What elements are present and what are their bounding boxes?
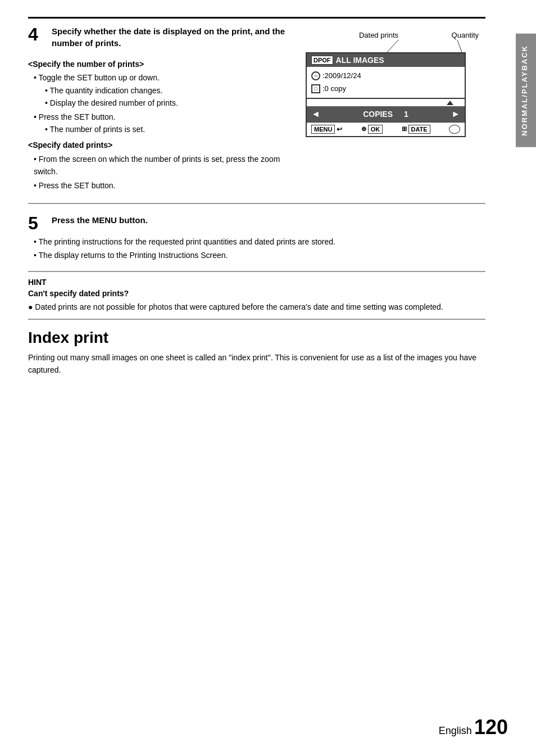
- hint-title: HINT: [28, 278, 485, 287]
- main-content: 4 Specify whether the date is displayed …: [0, 0, 514, 393]
- svg-line-0: [387, 40, 398, 52]
- bullet-toggle: Toggle the SET button up or down. The qu…: [34, 71, 294, 109]
- ok-btn: ⊕ OK: [361, 125, 383, 134]
- screen-title: ALL IMAGES: [336, 56, 384, 65]
- screen-body: ○ :2009/12/24 □ :0 copy: [307, 67, 465, 99]
- section-4-left: 4 Specify whether the date is displayed …: [28, 25, 294, 193]
- s5-bullet2: The display returns to the Printing Inst…: [34, 249, 485, 261]
- camera-screen: DPOF ALL IMAGES ○ :2009/12/24 □: [306, 52, 466, 137]
- step-5-number: 5: [28, 214, 38, 232]
- clock-icon: ○: [311, 71, 320, 80]
- bullet-press-set: Press the SET button. The number of prin…: [34, 111, 294, 136]
- hint-subtitle: Can't specify dated prints?: [28, 289, 485, 298]
- quantity-label: Quantity: [452, 31, 479, 39]
- screen-top-bar: DPOF ALL IMAGES: [307, 53, 465, 67]
- step-5-title: Press the MENU button.: [52, 214, 485, 226]
- section-4: 4 Specify whether the date is displayed …: [28, 17, 485, 193]
- print-icon: □: [311, 84, 320, 93]
- section-5: 5 Press the MENU button. The printing in…: [28, 214, 485, 262]
- side-tab: NORMAL/PLAYBACK: [516, 34, 536, 147]
- ok-box: OK: [368, 125, 383, 134]
- arrow-left-icon: ◄: [311, 109, 320, 119]
- date-value: :2009/12/24: [322, 69, 361, 82]
- triangle-area: [307, 99, 465, 105]
- step-5-content: The printing instructions for the reques…: [28, 236, 485, 262]
- sub-bullet-quantity: The quantity indication changes.: [45, 84, 294, 97]
- arrow-right-icon: ►: [451, 109, 460, 119]
- date-row: ○ :2009/12/24: [311, 69, 460, 82]
- bullet-press-set2: Press the SET button.: [34, 179, 294, 192]
- index-print-desc: Printing out many small images on one sh…: [28, 351, 485, 377]
- step-4-content: <Specify the number of prints> Toggle th…: [28, 58, 294, 192]
- copies-center: COPIES 1: [363, 110, 408, 119]
- hint-section: HINT Can't specify dated prints? Dated p…: [28, 271, 485, 320]
- step-4-title: Specify whether the date is displayed on…: [52, 25, 294, 49]
- screen-footer: MENU ↩ ⊕ OK ⊞ DATE: [307, 122, 465, 136]
- page-container: NORMAL/PLAYBACK 4 Specify whether the da…: [0, 0, 536, 756]
- menu-btn: MENU ↩: [311, 125, 342, 134]
- screen-wrapper: Dated prints Quantity: [306, 31, 485, 137]
- copy-row: □ :0 copy: [311, 82, 460, 95]
- subheading-specify-dated: <Specify dated prints>: [28, 139, 294, 151]
- copies-value: 1: [404, 110, 408, 119]
- sub-bullet-set: The number of prints is set.: [45, 123, 294, 135]
- svg-line-1: [457, 40, 462, 52]
- hint-bullet: Dated prints are not possible for photos…: [28, 301, 485, 313]
- index-print-section: Index print Printing out many small imag…: [28, 329, 485, 377]
- section-4-header: 4 Specify whether the date is displayed …: [28, 25, 485, 193]
- copy-value: :0 copy: [322, 82, 346, 95]
- side-tab-text: NORMAL/PLAYBACK: [520, 45, 529, 136]
- page-number-area: English 120: [439, 716, 508, 739]
- date-btn: ⊞ DATE: [402, 125, 430, 134]
- copies-label: COPIES: [363, 110, 393, 119]
- dpof-badge: DPOF: [311, 56, 333, 65]
- index-print-title: Index print: [28, 329, 485, 347]
- circle-btn: [449, 125, 460, 134]
- date-box: DATE: [408, 125, 430, 134]
- callout-lines: [306, 40, 485, 53]
- step-4-number: 4: [28, 25, 38, 43]
- subheading-specify-number: <Specify the number of prints>: [28, 58, 294, 70]
- dated-prints-label: Dated prints: [359, 31, 398, 39]
- menu-box: MENU: [311, 125, 335, 134]
- copies-bar: ◄ COPIES 1 ►: [307, 106, 465, 122]
- camera-screen-area: Dated prints Quantity: [306, 25, 485, 193]
- bullet-zoom: From the screen on which the number of p…: [34, 153, 294, 178]
- menu-icon: ↩: [337, 125, 342, 133]
- divider-4-5: [28, 203, 485, 204]
- page-number: 120: [474, 716, 508, 739]
- hint-content: Dated prints are not possible for photos…: [28, 301, 485, 313]
- s5-bullet1: The printing instructions for the reques…: [34, 236, 485, 248]
- page-language: English: [439, 725, 472, 736]
- sub-bullet-display: Display the desired number of prints.: [45, 97, 294, 109]
- triangle-up-icon: [447, 101, 453, 105]
